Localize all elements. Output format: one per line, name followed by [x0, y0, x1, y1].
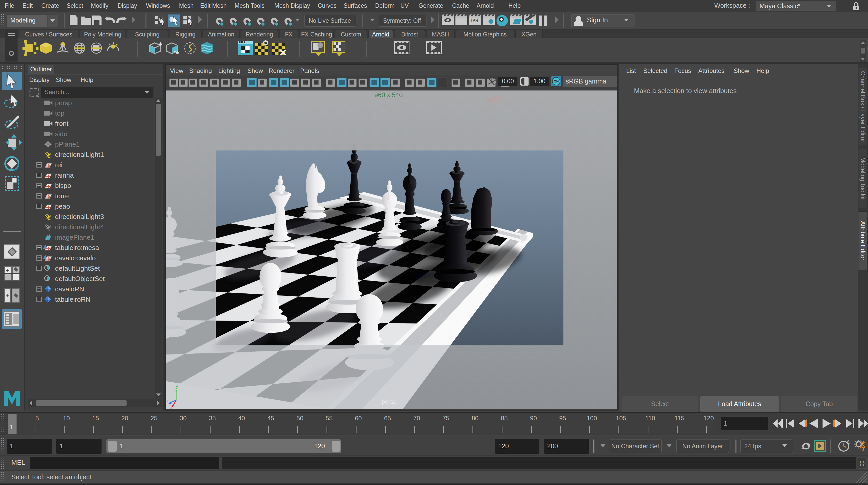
svg-text:y: y: [176, 383, 178, 389]
svg-text:960 x 540: 960 x 540: [374, 91, 403, 98]
svg-text:x: x: [169, 406, 172, 409]
svg-text:z: z: [166, 398, 169, 403]
svg-text:persp: persp: [381, 398, 397, 405]
